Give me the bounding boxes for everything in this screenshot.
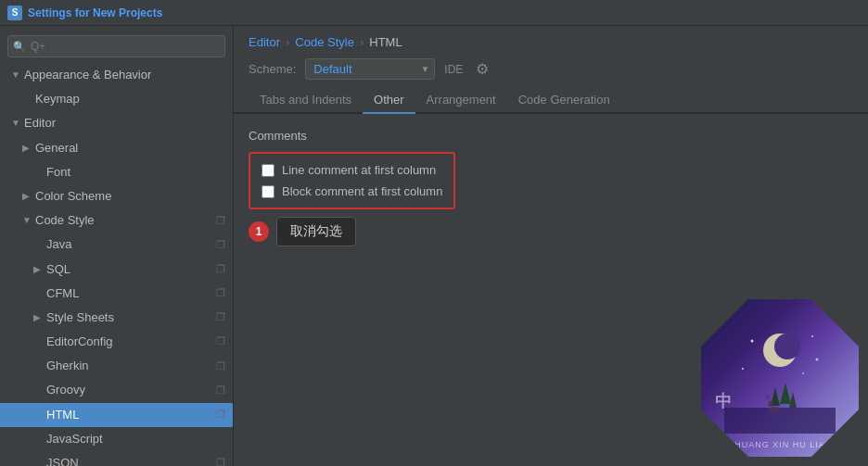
sidebar-item-label: Groovy: [46, 382, 85, 398]
sidebar-item-label: Gherkin: [46, 358, 89, 374]
scheme-select-wrap[interactable]: Default Project ▼: [305, 58, 435, 80]
scheme-label: Scheme:: [249, 62, 296, 76]
gear-button[interactable]: ⚙: [472, 58, 492, 80]
sidebar-item-appearance-behavior[interactable]: ▼ Appearance & Behavior: [0, 63, 233, 87]
sidebar-item-code-style[interactable]: ▼ Code Style ❐: [0, 208, 233, 233]
copy-icon: ❐: [216, 359, 225, 373]
breadcrumb-sep-2: ›: [360, 35, 364, 49]
copy-icon: ❐: [216, 262, 225, 276]
line-comment-row[interactable]: Line comment at first column: [262, 163, 442, 177]
sidebar-item-label: Color Scheme: [35, 188, 111, 205]
tabs-row: Tabs and Indents Other Arrangement Code …: [234, 87, 868, 114]
title-text: Settings for New Projects: [28, 6, 162, 19]
copy-icon: ❐: [216, 384, 225, 397]
line-comment-checkbox[interactable]: [262, 164, 274, 177]
sidebar-item-style-sheets[interactable]: ▶ Style Sheets ❐: [0, 306, 233, 330]
sidebar-item-label: JavaScript: [46, 431, 103, 447]
copy-icon: ❐: [216, 310, 225, 324]
sidebar-item-gherkin[interactable]: Gherkin ❐: [0, 354, 233, 378]
sidebar-item-sql[interactable]: ▶ SQL ❐: [0, 258, 233, 282]
copy-icon: ❐: [216, 214, 225, 228]
sidebar-item-label: Font: [46, 164, 70, 181]
title-bar: S Settings for New Projects: [0, 0, 868, 26]
sidebar-item-label: Style Sheets: [46, 309, 114, 326]
search-box[interactable]: 🔍: [7, 35, 225, 57]
tab-tabs-and-indents[interactable]: Tabs and Indents: [249, 87, 363, 114]
sidebar-item-java[interactable]: Java ❐: [0, 233, 233, 257]
annotation-container: 1 取消勾选: [249, 217, 853, 246]
right-panel: Editor › Code Style › HTML Scheme: Defau…: [234, 26, 868, 466]
tab-other[interactable]: Other: [363, 87, 415, 114]
arrow-icon: ▶: [22, 190, 35, 203]
arrow-icon: ▶: [33, 263, 46, 276]
app-icon: S: [7, 6, 22, 20]
breadcrumb-html: HTML: [369, 35, 402, 49]
sidebar-item-label: Editor: [24, 115, 56, 132]
line-comment-label: Line comment at first column: [282, 163, 436, 177]
sidebar-item-label: Code Style: [35, 212, 95, 229]
sidebar-item-cfml[interactable]: CFML ❐: [0, 282, 233, 306]
copy-icon: ❐: [216, 238, 225, 252]
sidebar-item-label: Java: [46, 236, 71, 253]
comments-section-label: Comments: [249, 129, 853, 143]
arrow-icon: ▼: [22, 214, 35, 227]
tab-code-generation[interactable]: Code Generation: [507, 87, 621, 114]
sidebar-item-label: HTML: [46, 407, 79, 423]
sidebar-item-label: JSON: [46, 455, 79, 466]
sidebar-item-keymap[interactable]: Keymap: [0, 87, 233, 111]
annotation-popup: 取消勾选: [276, 217, 356, 246]
sidebar-item-label: General: [35, 140, 78, 157]
search-icon: 🔍: [13, 41, 26, 53]
sidebar-item-label: Appearance & Behavior: [24, 67, 151, 83]
sidebar-item-groovy[interactable]: Groovy ❐: [0, 378, 233, 402]
scheme-row: Scheme: Default Project ▼ IDE ⚙: [234, 55, 868, 87]
block-comment-label: Block comment at first column: [282, 184, 442, 198]
search-input[interactable]: [7, 35, 225, 57]
copy-icon: ❐: [216, 408, 225, 422]
annotation-badge: 1: [249, 221, 269, 242]
sidebar-item-editor-config[interactable]: EditorConfig ❐: [0, 330, 233, 354]
scheme-select[interactable]: Default Project: [305, 58, 435, 80]
sidebar-item-general[interactable]: ▶ General: [0, 136, 233, 160]
sidebar-item-json[interactable]: JSON ❐: [0, 451, 233, 466]
copy-icon: ❐: [216, 286, 225, 300]
tab-arrangement[interactable]: Arrangement: [415, 87, 507, 114]
arrow-icon: ▶: [33, 311, 46, 324]
sidebar-item-editor[interactable]: ▼ Editor: [0, 111, 233, 135]
arrow-icon: ▼: [11, 69, 24, 82]
sidebar-item-label: SQL: [46, 261, 70, 278]
breadcrumb: Editor › Code Style › HTML: [234, 26, 868, 55]
sidebar-item-label: Keymap: [35, 91, 80, 107]
copy-icon: ❐: [216, 456, 225, 466]
sidebar-item-html[interactable]: HTML ❐: [0, 403, 233, 427]
main-content: 🔍 ▼ Appearance & Behavior Keymap ▼ Edito…: [0, 26, 868, 466]
copy-icon: ❐: [216, 334, 225, 348]
ide-badge: IDE: [444, 63, 463, 76]
sidebar: 🔍 ▼ Appearance & Behavior Keymap ▼ Edito…: [0, 26, 234, 466]
comments-box: Line comment at first column Block comme…: [249, 152, 455, 209]
block-comment-checkbox[interactable]: [262, 185, 274, 198]
breadcrumb-code-style[interactable]: Code Style: [295, 35, 354, 49]
arrow-icon: ▼: [11, 117, 24, 130]
block-comment-row[interactable]: Block comment at first column: [262, 184, 442, 198]
sidebar-item-label: EditorConfig: [46, 334, 113, 350]
breadcrumb-editor[interactable]: Editor: [249, 35, 280, 49]
breadcrumb-sep-1: ›: [286, 35, 289, 49]
sidebar-item-label: CFML: [46, 285, 79, 302]
sidebar-item-font[interactable]: Font: [0, 160, 233, 184]
sidebar-nav: ▼ Appearance & Behavior Keymap ▼ Editor …: [0, 63, 233, 466]
arrow-icon: ▶: [22, 142, 35, 155]
sidebar-item-javascript[interactable]: JavaScript: [0, 427, 233, 451]
panel-content: Comments Line comment at first column Bl…: [234, 114, 868, 466]
sidebar-item-color-scheme[interactable]: ▶ Color Scheme: [0, 184, 233, 208]
